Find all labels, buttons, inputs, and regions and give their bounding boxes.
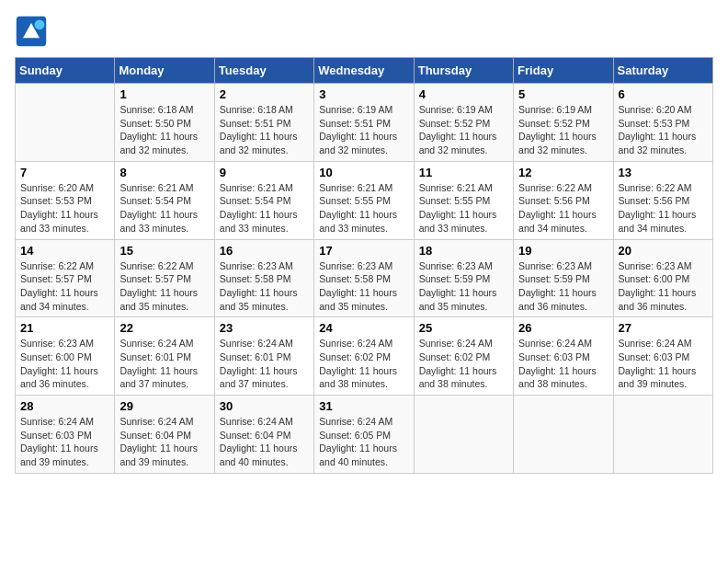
day-cell: 30Sunrise: 6:24 AM Sunset: 6:04 PM Dayli… — [214, 396, 313, 474]
day-info: Sunrise: 6:19 AM Sunset: 5:52 PM Dayligh… — [518, 103, 608, 157]
day-info: Sunrise: 6:24 AM Sunset: 6:01 PM Dayligh… — [119, 337, 209, 391]
day-info: Sunrise: 6:21 AM Sunset: 5:54 PM Dayligh… — [220, 181, 309, 236]
day-cell: 12Sunrise: 6:22 AM Sunset: 5:56 PM Dayli… — [514, 161, 613, 239]
col-header-wednesday: Wednesday — [314, 58, 414, 84]
day-cell: 26Sunrise: 6:24 AM Sunset: 6:03 PM Dayli… — [514, 317, 613, 396]
day-cell: 21Sunrise: 6:23 AM Sunset: 6:00 PM Dayli… — [16, 317, 115, 396]
day-info: Sunrise: 6:23 AM Sunset: 5:58 PM Dayligh… — [220, 259, 309, 314]
day-number: 15 — [119, 244, 209, 258]
day-info: Sunrise: 6:18 AM Sunset: 5:51 PM Dayligh… — [220, 103, 309, 157]
day-number: 27 — [619, 321, 708, 335]
day-info: Sunrise: 6:22 AM Sunset: 5:57 PM Dayligh… — [20, 259, 109, 314]
day-info: Sunrise: 6:21 AM Sunset: 5:55 PM Dayligh… — [319, 181, 408, 236]
day-info: Sunrise: 6:19 AM Sunset: 5:52 PM Dayligh… — [419, 103, 508, 157]
day-number: 16 — [220, 244, 309, 258]
day-number: 19 — [518, 244, 608, 258]
day-number: 9 — [220, 166, 309, 179]
day-number: 14 — [20, 244, 109, 258]
day-number: 24 — [319, 321, 408, 335]
day-number: 31 — [319, 399, 408, 413]
day-cell — [514, 396, 613, 474]
week-row-1: 1Sunrise: 6:18 AM Sunset: 5:50 PM Daylig… — [16, 84, 713, 162]
day-cell: 19Sunrise: 6:23 AM Sunset: 5:59 PM Dayli… — [514, 239, 613, 317]
week-row-4: 21Sunrise: 6:23 AM Sunset: 6:00 PM Dayli… — [16, 317, 713, 396]
day-number: 11 — [419, 166, 508, 179]
day-cell: 18Sunrise: 6:23 AM Sunset: 5:59 PM Dayli… — [414, 239, 513, 317]
day-info: Sunrise: 6:19 AM Sunset: 5:51 PM Dayligh… — [319, 103, 408, 157]
day-cell: 5Sunrise: 6:19 AM Sunset: 5:52 PM Daylig… — [514, 84, 613, 162]
week-row-5: 28Sunrise: 6:24 AM Sunset: 6:03 PM Dayli… — [16, 396, 713, 474]
week-row-3: 14Sunrise: 6:22 AM Sunset: 5:57 PM Dayli… — [16, 239, 713, 317]
day-number: 17 — [319, 244, 408, 258]
day-cell: 7Sunrise: 6:20 AM Sunset: 5:53 PM Daylig… — [16, 161, 115, 239]
day-info: Sunrise: 6:21 AM Sunset: 5:55 PM Dayligh… — [419, 181, 508, 236]
day-info: Sunrise: 6:21 AM Sunset: 5:54 PM Dayligh… — [119, 181, 209, 236]
day-cell: 3Sunrise: 6:19 AM Sunset: 5:51 PM Daylig… — [314, 84, 414, 162]
day-number: 21 — [20, 321, 109, 335]
day-info: Sunrise: 6:22 AM Sunset: 5:56 PM Dayligh… — [619, 181, 708, 236]
day-cell: 16Sunrise: 6:23 AM Sunset: 5:58 PM Dayli… — [214, 239, 313, 317]
day-info: Sunrise: 6:23 AM Sunset: 6:00 PM Dayligh… — [20, 337, 109, 391]
day-cell: 1Sunrise: 6:18 AM Sunset: 5:50 PM Daylig… — [115, 84, 214, 162]
day-cell: 29Sunrise: 6:24 AM Sunset: 6:04 PM Dayli… — [115, 396, 214, 474]
day-cell: 10Sunrise: 6:21 AM Sunset: 5:55 PM Dayli… — [314, 161, 414, 239]
day-number: 30 — [220, 399, 309, 413]
day-cell: 14Sunrise: 6:22 AM Sunset: 5:57 PM Dayli… — [16, 239, 115, 317]
header — [15, 15, 713, 48]
day-cell: 9Sunrise: 6:21 AM Sunset: 5:54 PM Daylig… — [214, 161, 313, 239]
day-number: 22 — [119, 321, 209, 335]
day-info: Sunrise: 6:23 AM Sunset: 5:59 PM Dayligh… — [419, 259, 508, 314]
day-number: 10 — [319, 166, 408, 179]
day-cell: 24Sunrise: 6:24 AM Sunset: 6:02 PM Dayli… — [314, 317, 414, 396]
day-cell: 2Sunrise: 6:18 AM Sunset: 5:51 PM Daylig… — [214, 84, 313, 162]
day-number: 18 — [419, 244, 508, 258]
col-header-friday: Friday — [514, 58, 613, 84]
logo — [15, 15, 51, 48]
day-info: Sunrise: 6:24 AM Sunset: 6:03 PM Dayligh… — [518, 337, 608, 391]
day-info: Sunrise: 6:24 AM Sunset: 6:05 PM Dayligh… — [319, 415, 408, 469]
day-number: 23 — [220, 321, 309, 335]
day-number: 8 — [119, 166, 209, 179]
col-header-monday: Monday — [115, 58, 214, 84]
col-header-saturday: Saturday — [613, 58, 712, 84]
header-row: SundayMondayTuesdayWednesdayThursdayFrid… — [16, 58, 713, 84]
day-info: Sunrise: 6:24 AM Sunset: 6:03 PM Dayligh… — [20, 415, 109, 469]
day-info: Sunrise: 6:22 AM Sunset: 5:57 PM Dayligh… — [119, 259, 209, 314]
day-cell — [613, 396, 712, 474]
day-cell: 4Sunrise: 6:19 AM Sunset: 5:52 PM Daylig… — [414, 84, 513, 162]
col-header-sunday: Sunday — [16, 58, 115, 84]
day-cell: 17Sunrise: 6:23 AM Sunset: 5:58 PM Dayli… — [314, 239, 414, 317]
day-cell — [16, 84, 115, 162]
day-cell — [414, 396, 513, 474]
day-number: 4 — [419, 87, 508, 101]
logo-icon — [15, 15, 48, 48]
day-cell: 13Sunrise: 6:22 AM Sunset: 5:56 PM Dayli… — [613, 161, 712, 239]
day-info: Sunrise: 6:20 AM Sunset: 5:53 PM Dayligh… — [619, 103, 708, 157]
day-number: 25 — [419, 321, 508, 335]
day-cell: 6Sunrise: 6:20 AM Sunset: 5:53 PM Daylig… — [613, 84, 712, 162]
day-info: Sunrise: 6:18 AM Sunset: 5:50 PM Dayligh… — [119, 103, 209, 157]
day-info: Sunrise: 6:24 AM Sunset: 6:03 PM Dayligh… — [619, 337, 708, 391]
day-info: Sunrise: 6:24 AM Sunset: 6:04 PM Dayligh… — [119, 415, 209, 469]
day-number: 5 — [518, 87, 608, 101]
day-cell: 22Sunrise: 6:24 AM Sunset: 6:01 PM Dayli… — [115, 317, 214, 396]
day-cell: 8Sunrise: 6:21 AM Sunset: 5:54 PM Daylig… — [115, 161, 214, 239]
day-cell: 28Sunrise: 6:24 AM Sunset: 6:03 PM Dayli… — [16, 396, 115, 474]
day-number: 12 — [518, 166, 608, 179]
day-info: Sunrise: 6:24 AM Sunset: 6:02 PM Dayligh… — [319, 337, 408, 391]
day-info: Sunrise: 6:23 AM Sunset: 6:00 PM Dayligh… — [619, 259, 708, 314]
day-number: 29 — [119, 399, 209, 413]
day-number: 13 — [619, 166, 708, 179]
day-number: 26 — [518, 321, 608, 335]
day-number: 1 — [119, 87, 209, 101]
day-number: 6 — [619, 87, 708, 101]
day-number: 3 — [319, 87, 408, 101]
day-cell: 27Sunrise: 6:24 AM Sunset: 6:03 PM Dayli… — [613, 317, 712, 396]
day-cell: 11Sunrise: 6:21 AM Sunset: 5:55 PM Dayli… — [414, 161, 513, 239]
week-row-2: 7Sunrise: 6:20 AM Sunset: 5:53 PM Daylig… — [16, 161, 713, 239]
day-number: 2 — [220, 87, 309, 101]
col-header-tuesday: Tuesday — [214, 58, 313, 84]
day-info: Sunrise: 6:20 AM Sunset: 5:53 PM Dayligh… — [20, 181, 109, 236]
day-info: Sunrise: 6:24 AM Sunset: 6:02 PM Dayligh… — [419, 337, 508, 391]
col-header-thursday: Thursday — [414, 58, 513, 84]
